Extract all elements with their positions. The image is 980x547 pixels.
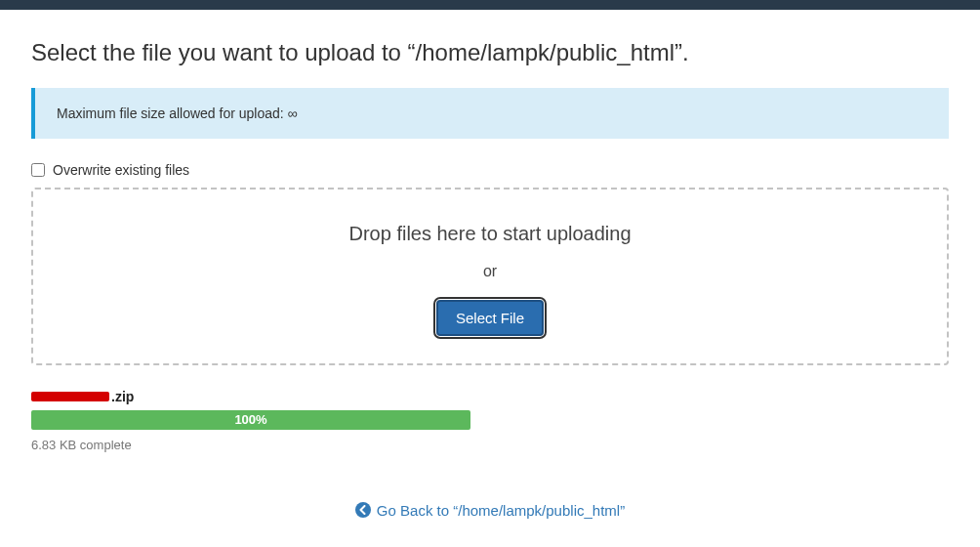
arrow-left-circle-icon	[355, 502, 371, 518]
overwrite-row: Overwrite existing files	[31, 162, 949, 178]
dropzone-title: Drop files here to start uploading	[53, 223, 927, 245]
dropzone[interactable]: Drop files here to start uploading or Se…	[31, 188, 949, 365]
complete-text: 6.83 KB complete	[31, 438, 470, 452]
go-back-path: “/home/lampk/public_html”	[453, 502, 625, 519]
redacted-filename	[31, 392, 109, 401]
dropzone-or: or	[53, 263, 927, 280]
select-file-button[interactable]: Select File	[436, 300, 544, 336]
progress-bar: 100%	[31, 410, 470, 430]
upload-item: .zip 100% 6.83 KB complete	[31, 389, 470, 452]
overwrite-checkbox[interactable]	[31, 163, 45, 177]
upload-path: “/home/lampk/public_html”.	[408, 39, 689, 65]
main-content: Select the file you want to upload to “/…	[0, 10, 980, 538]
filename-suffix: .zip	[111, 389, 134, 404]
top-bar	[0, 0, 980, 10]
page-title: Select the file you want to upload to “/…	[31, 39, 949, 66]
go-back-link[interactable]: Go Back to “/home/lampk/public_html”	[355, 502, 625, 519]
go-back-prefix: Go Back to	[377, 502, 453, 519]
max-size-label: Maximum file size allowed for upload:	[57, 105, 288, 121]
max-size-value: ∞	[288, 105, 298, 121]
go-back-row: Go Back to “/home/lampk/public_html”	[31, 501, 949, 519]
upload-filename: .zip	[31, 389, 470, 404]
title-prefix: Select the file you want to upload to	[31, 39, 408, 65]
overwrite-label[interactable]: Overwrite existing files	[53, 162, 189, 178]
go-back-text: Go Back to “/home/lampk/public_html”	[377, 502, 625, 519]
info-box: Maximum file size allowed for upload: ∞	[31, 88, 949, 139]
